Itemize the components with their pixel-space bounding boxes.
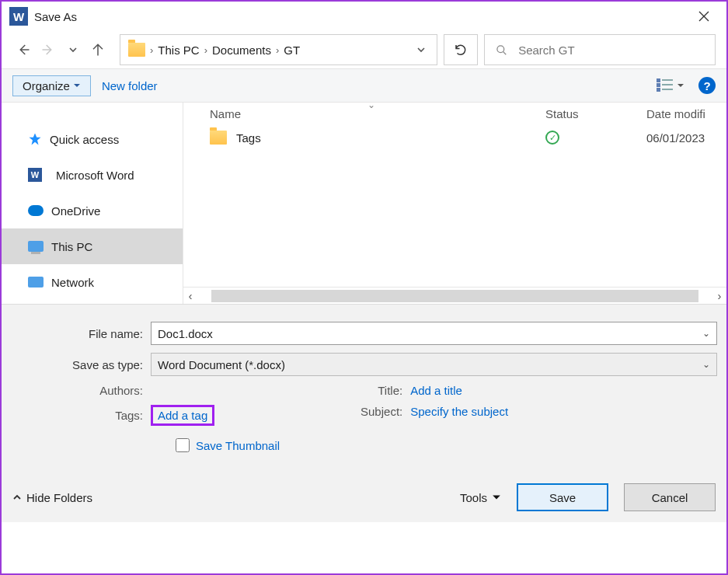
hide-folders-button[interactable]: Hide Folders	[12, 491, 92, 504]
column-headers[interactable]: ⌄ Name Status Date modifi	[183, 103, 726, 124]
sidebar: Quick access W Microsoft Word OneDrive T…	[2, 103, 183, 304]
save-thumbnail-checkbox[interactable]	[176, 438, 190, 452]
views-dropdown[interactable]	[657, 78, 684, 92]
search-box[interactable]	[484, 34, 716, 65]
file-list: ⌄ Name Status Date modifi Tags ✓ 06/01/2…	[183, 103, 726, 304]
arrow-up-icon	[91, 43, 105, 57]
pin-icon	[28, 132, 42, 146]
word-app-icon: W	[9, 7, 28, 26]
title-label: Title:	[354, 384, 410, 397]
sidebar-item-label: Microsoft Word	[56, 169, 134, 182]
caret-down-icon	[677, 82, 684, 89]
sidebar-item-label: Quick access	[50, 133, 119, 146]
sidebar-item-network[interactable]: Network	[2, 264, 183, 300]
window-title: Save As	[34, 10, 686, 23]
breadcrumb[interactable]: › This PC › Documents › GT	[120, 34, 437, 65]
organize-label: Organize	[23, 79, 70, 92]
column-date-modified[interactable]: Date modifi	[646, 107, 726, 120]
help-button[interactable]: ?	[698, 77, 716, 94]
subject-label: Subject:	[354, 405, 410, 418]
column-status[interactable]: Status	[545, 107, 646, 120]
sidebar-item-label: Network	[51, 276, 94, 289]
column-name[interactable]: Name	[210, 107, 545, 120]
back-button[interactable]	[12, 38, 34, 61]
crumb-item[interactable]: This PC	[158, 44, 199, 57]
crumb-separator-icon: ›	[204, 44, 207, 56]
sidebar-item-onedrive[interactable]: OneDrive	[2, 193, 183, 228]
forward-button[interactable]	[37, 38, 59, 61]
svg-point-0	[497, 45, 504, 52]
horizontal-scrollbar[interactable]: ‹ ›	[183, 287, 726, 304]
crumb-item[interactable]: Documents	[212, 44, 271, 57]
svg-rect-6	[662, 89, 673, 90]
chevron-up-icon	[12, 493, 22, 502]
save-thumbnail-label[interactable]: Save Thumbnail	[196, 439, 280, 452]
file-name: Tags	[236, 131, 261, 145]
crumb-item[interactable]: GT	[284, 44, 300, 57]
folder-icon	[128, 43, 145, 57]
tools-dropdown[interactable]: Tools	[460, 491, 501, 504]
file-date: 06/01/2023	[646, 131, 726, 145]
nav-arrows	[12, 38, 113, 61]
cancel-button[interactable]: Cancel	[624, 483, 716, 511]
title-input[interactable]: Add a title	[410, 384, 462, 397]
new-folder-button[interactable]: New folder	[102, 79, 158, 92]
hide-folders-label: Hide Folders	[26, 491, 92, 504]
file-name-label: File name:	[11, 327, 151, 340]
scroll-left-icon[interactable]: ‹	[183, 289, 197, 302]
save-type-select[interactable]: Word Document (*.docx) ⌄	[151, 353, 717, 376]
file-name-input[interactable]: Doc1.docx ⌄	[151, 322, 717, 345]
save-button[interactable]: Save	[517, 483, 608, 511]
file-name-value: Doc1.docx	[158, 327, 213, 340]
caret-down-icon	[492, 493, 501, 502]
cloud-icon	[28, 205, 44, 216]
sidebar-item-quick-access[interactable]: Quick access	[2, 121, 183, 157]
file-row[interactable]: Tags ✓ 06/01/2023	[183, 124, 726, 151]
tags-input[interactable]: Add a tag	[151, 405, 214, 426]
sidebar-item-word[interactable]: W Microsoft Word	[2, 157, 183, 193]
recent-locations-button[interactable]	[62, 38, 84, 61]
computer-icon	[28, 241, 44, 252]
save-label: Save	[549, 491, 576, 504]
svg-rect-5	[657, 88, 660, 92]
sidebar-item-label: OneDrive	[51, 204, 100, 218]
chevron-down-icon	[416, 45, 426, 54]
svg-rect-2	[662, 79, 673, 81]
crumb-separator-icon: ›	[150, 44, 153, 56]
close-button[interactable]	[686, 4, 722, 29]
navigation-row: › This PC › Documents › GT	[2, 31, 726, 68]
tools-label: Tools	[460, 491, 487, 504]
organize-button[interactable]: Organize	[12, 75, 91, 96]
chevron-down-icon	[68, 45, 78, 54]
svg-rect-1	[657, 78, 660, 82]
word-app-icon: W	[28, 168, 42, 182]
search-icon	[496, 44, 507, 57]
folder-icon	[210, 131, 227, 145]
authors-label: Authors:	[26, 384, 151, 397]
refresh-button[interactable]	[444, 34, 478, 65]
up-button[interactable]	[87, 38, 109, 61]
chevron-down-icon[interactable]: ⌄	[702, 359, 710, 370]
scroll-thumb[interactable]	[211, 290, 698, 302]
breadcrumb-dropdown[interactable]	[409, 39, 434, 61]
synced-icon: ✓	[545, 131, 559, 145]
refresh-icon	[454, 43, 468, 57]
sidebar-item-this-pc[interactable]: This PC	[2, 228, 183, 264]
tags-label: Tags:	[26, 409, 151, 422]
svg-rect-4	[662, 84, 673, 85]
arrow-left-icon	[16, 43, 30, 57]
main-area: Quick access W Microsoft Word OneDrive T…	[2, 103, 726, 305]
arrow-right-icon	[41, 43, 55, 57]
search-input[interactable]	[518, 44, 707, 57]
subject-input[interactable]: Specify the subject	[410, 405, 508, 418]
cancel-label: Cancel	[652, 491, 688, 504]
save-form: File name: Doc1.docx ⌄ Save as type: Wor…	[2, 305, 726, 522]
crumb-separator-icon: ›	[276, 44, 279, 56]
sort-indicator-icon: ⌄	[367, 99, 375, 110]
chevron-down-icon[interactable]: ⌄	[702, 328, 710, 339]
scroll-right-icon[interactable]: ›	[712, 289, 726, 302]
sidebar-item-label: This PC	[51, 240, 92, 253]
views-icon	[657, 78, 674, 92]
toolbar: Organize New folder ?	[2, 68, 726, 103]
save-type-value: Word Document (*.docx)	[158, 358, 285, 371]
